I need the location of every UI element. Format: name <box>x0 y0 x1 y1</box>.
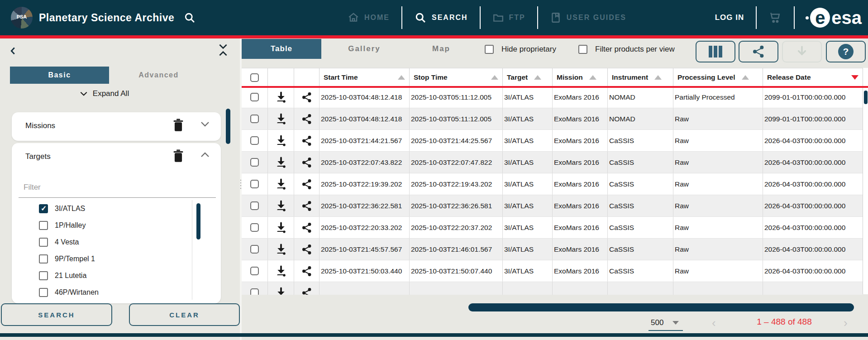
row-share-button[interactable] <box>294 86 319 108</box>
next-page-button[interactable]: › <box>844 316 848 330</box>
select-all-header[interactable] <box>242 68 267 86</box>
help-button[interactable]: ? <box>826 41 866 62</box>
table-row[interactable]: 2025-10-03T22:36:22.581 2025-10-03T22:36… <box>242 195 863 217</box>
select-all-checkbox[interactable] <box>250 73 259 82</box>
page-size-select[interactable]: 500 <box>651 318 679 327</box>
row-checkbox[interactable] <box>250 115 259 123</box>
nav-item-ftp[interactable]: FTP <box>481 0 537 35</box>
target-checkbox[interactable] <box>39 271 48 280</box>
target-list-item[interactable]: 46P/Wirtanen <box>12 284 221 301</box>
row-checkbox[interactable] <box>250 201 259 210</box>
table-row[interactable] <box>242 282 863 295</box>
trash-icon[interactable] <box>172 119 184 132</box>
target-checkbox[interactable] <box>39 221 48 230</box>
target-list-item[interactable]: 9P/Tempel 1 <box>12 250 221 267</box>
row-share-button[interactable] <box>294 195 319 216</box>
table-row[interactable]: 2025-10-03T21:45:57.567 2025-10-03T21:46… <box>242 239 863 260</box>
row-download-button[interactable] <box>267 282 294 295</box>
login-button[interactable]: LOG IN <box>715 13 744 22</box>
row-checkbox[interactable] <box>250 245 259 254</box>
nav-item-search[interactable]: SEARCH <box>402 0 480 35</box>
row-download-button[interactable] <box>267 195 294 216</box>
filter-products-checkbox[interactable] <box>578 45 587 54</box>
row-checkbox[interactable] <box>250 180 259 188</box>
row-checkbox[interactable] <box>250 288 259 295</box>
row-share-button[interactable] <box>294 239 319 260</box>
cart-button[interactable] <box>757 11 794 24</box>
table-row[interactable]: 2025-10-03T21:50:03.440 2025-10-03T21:50… <box>242 260 863 282</box>
row-download-button[interactable] <box>267 108 294 129</box>
hide-proprietary-option[interactable]: Hide proprietary <box>485 45 556 54</box>
tab-gallery[interactable]: Gallery <box>328 39 401 59</box>
nav-item-home[interactable]: HOME <box>336 0 401 35</box>
row-checkbox[interactable] <box>250 136 259 145</box>
column-header-processing-level[interactable]: Processing Level <box>673 68 763 86</box>
row-download-button[interactable] <box>267 173 294 195</box>
target-checkbox[interactable] <box>39 238 48 247</box>
list-scrollbar[interactable] <box>196 203 200 239</box>
esa-logo[interactable]: e esa <box>806 8 862 28</box>
row-share-button[interactable] <box>294 173 319 195</box>
chevron-down-icon[interactable] <box>200 120 210 128</box>
collapse-panels-icon[interactable] <box>217 43 229 57</box>
row-share-button[interactable] <box>294 152 319 173</box>
column-header-target[interactable]: Target <box>502 68 552 86</box>
table-row[interactable]: 2025-10-03T22:07:43.822 2025-10-03T22:07… <box>242 152 863 173</box>
table-row[interactable]: 2025-10-03T21:44:21.567 2025-10-03T21:44… <box>242 130 863 152</box>
column-header-stop-time[interactable]: Stop Time <box>409 68 502 86</box>
clear-button[interactable]: CLEAR <box>129 303 240 326</box>
target-checkbox[interactable] <box>39 288 48 297</box>
column-header-start-time[interactable]: Start Time <box>319 68 409 86</box>
collapse-sidebar-button[interactable] <box>8 45 18 57</box>
column-header-release-date[interactable]: Release Date <box>763 68 863 86</box>
filter-products-option[interactable]: Filter products per view <box>578 45 675 54</box>
tab-basic[interactable]: Basic <box>10 67 109 84</box>
chevron-up-icon[interactable] <box>200 151 210 158</box>
hide-proprietary-checkbox[interactable] <box>485 45 494 54</box>
tab-advanced[interactable]: Advanced <box>109 67 208 84</box>
column-header-mission[interactable]: Mission <box>552 68 607 86</box>
table-row[interactable]: 2025-10-03T22:19:39.202 2025-10-03T22:19… <box>242 173 863 195</box>
row-download-button[interactable] <box>267 260 294 282</box>
table-row[interactable]: 2025-10-03T04:48:12.418 2025-10-03T05:11… <box>242 86 863 108</box>
row-checkbox[interactable] <box>250 267 259 275</box>
target-list-item[interactable]: 1P/Halley <box>12 217 221 234</box>
table-row[interactable]: 2025-10-03T22:20:33.202 2025-10-03T22:20… <box>242 217 863 239</box>
target-list-item[interactable]: 4 Vesta <box>12 234 221 250</box>
expand-all-button[interactable]: Expand All <box>0 89 208 98</box>
target-checkbox[interactable] <box>39 254 48 263</box>
table-horizontal-scrollbar[interactable] <box>468 303 854 311</box>
tab-table[interactable]: Table <box>242 39 321 59</box>
row-share-button[interactable] <box>294 282 319 295</box>
search-button[interactable]: SEARCH <box>1 303 112 326</box>
download-button[interactable] <box>782 41 822 62</box>
share-button[interactable] <box>739 41 778 62</box>
row-share-button[interactable] <box>294 130 319 151</box>
psa-logo-icon[interactable]: PSA <box>11 7 33 29</box>
target-list-item[interactable]: 21 Lutetia <box>12 267 221 284</box>
target-checkbox[interactable] <box>39 204 48 213</box>
target-list-item[interactable]: 3I/ATLAS <box>12 200 221 217</box>
row-download-button[interactable] <box>267 152 294 173</box>
row-download-button[interactable] <box>267 217 294 238</box>
table-row[interactable]: 2025-10-03T04:48:12.418 2025-10-03T05:11… <box>242 108 863 130</box>
sidebar-scrollbar[interactable] <box>226 109 230 144</box>
row-share-button[interactable] <box>294 108 319 129</box>
nav-item-user-guides[interactable]: USER GUIDES <box>538 0 638 35</box>
row-download-button[interactable] <box>267 86 294 108</box>
row-checkbox[interactable] <box>250 158 259 167</box>
columns-button[interactable] <box>696 41 735 62</box>
row-checkbox[interactable] <box>250 93 259 101</box>
column-header-instrument[interactable]: Instrument <box>607 68 673 86</box>
tab-map[interactable]: Map <box>416 39 466 59</box>
trash-icon[interactable] <box>172 149 184 163</box>
row-share-button[interactable] <box>294 217 319 238</box>
title-search-icon[interactable] <box>183 11 196 24</box>
row-checkbox[interactable] <box>250 223 259 232</box>
table-vertical-scrollbar[interactable] <box>864 91 868 104</box>
row-download-button[interactable] <box>267 239 294 260</box>
row-download-button[interactable] <box>267 130 294 151</box>
previous-page-button[interactable]: ‹ <box>712 316 716 330</box>
target-filter-input[interactable]: Filter <box>19 179 216 198</box>
row-share-button[interactable] <box>294 260 319 282</box>
